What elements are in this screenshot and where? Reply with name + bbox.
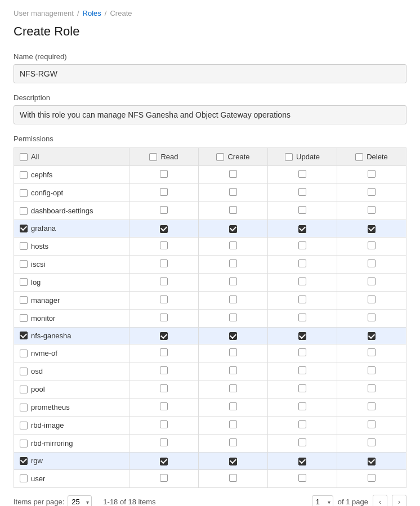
row-hosts-delete-checkbox[interactable] — [368, 241, 376, 249]
row-nvme-of-delete-checkbox[interactable] — [368, 348, 376, 356]
prev-page-button[interactable]: ‹ — [373, 495, 387, 507]
row-manager-update-checkbox[interactable] — [298, 295, 306, 303]
row-cephfs-all-checkbox[interactable] — [20, 171, 28, 179]
row-osd-create-checkbox[interactable] — [229, 366, 237, 374]
row-rgw-update-checkbox[interactable] — [298, 458, 306, 465]
row-iscsi-all-checkbox[interactable] — [20, 260, 28, 268]
row-prometheus-create-checkbox[interactable] — [229, 402, 237, 410]
header-delete-checkbox[interactable] — [355, 153, 363, 161]
row-monitor-create-checkbox[interactable] — [229, 314, 237, 321]
row-rbd-mirroring-all-checkbox[interactable] — [20, 440, 28, 447]
row-rbd-mirroring-create-checkbox[interactable] — [229, 438, 237, 446]
row-iscsi-read-checkbox[interactable] — [160, 259, 168, 267]
row-hosts-all-checkbox[interactable] — [20, 242, 28, 250]
breadcrumb-roles-link[interactable]: Roles — [83, 9, 101, 17]
description-input[interactable] — [14, 105, 406, 124]
items-per-page-select[interactable]: 10 25 50 — [68, 495, 92, 506]
row-rbd-mirroring-update-checkbox[interactable] — [298, 438, 306, 446]
row-config-opt-all-checkbox[interactable] — [20, 189, 28, 197]
row-nfs-ganesha-delete-checkbox[interactable] — [368, 332, 376, 340]
row-prometheus-all-checkbox[interactable] — [20, 404, 28, 411]
row-hosts-create-checkbox[interactable] — [229, 241, 237, 249]
row-cephfs-delete-checkbox[interactable] — [368, 170, 376, 178]
row-rbd-mirroring-read-checkbox[interactable] — [160, 438, 168, 446]
row-hosts-update-checkbox[interactable] — [298, 241, 306, 249]
row-prometheus-read-checkbox[interactable] — [160, 402, 168, 410]
row-config-opt-update-checkbox[interactable] — [298, 188, 306, 196]
row-dashboard-settings-delete-checkbox[interactable] — [368, 206, 376, 214]
row-osd-read-checkbox[interactable] — [160, 366, 168, 374]
row-dashboard-settings-all-checkbox[interactable] — [20, 207, 28, 215]
row-osd-delete-checkbox[interactable] — [368, 366, 376, 374]
row-cephfs-read-checkbox[interactable] — [160, 170, 168, 178]
row-dashboard-settings-update-checkbox[interactable] — [298, 206, 306, 214]
row-nfs-ganesha-read-checkbox[interactable] — [160, 332, 168, 340]
row-pool-read-checkbox[interactable] — [160, 384, 168, 392]
header-read-checkbox[interactable] — [149, 153, 157, 161]
row-hosts-read-checkbox[interactable] — [160, 241, 168, 249]
row-rgw-create-checkbox[interactable] — [229, 458, 237, 465]
page-select[interactable]: 1 — [312, 495, 333, 506]
row-rbd-image-create-checkbox[interactable] — [229, 420, 237, 428]
row-pool-create-checkbox[interactable] — [229, 384, 237, 392]
row-nfs-ganesha-all-checkbox[interactable] — [20, 332, 28, 339]
row-rgw-delete-checkbox[interactable] — [368, 458, 376, 465]
row-user-all-checkbox[interactable] — [20, 474, 28, 482]
row-monitor-update-checkbox[interactable] — [298, 314, 306, 321]
row-user-read-checkbox[interactable] — [160, 474, 168, 482]
row-manager-read-checkbox[interactable] — [160, 295, 168, 303]
row-nvme-of-read-checkbox[interactable] — [160, 348, 168, 356]
row-user-delete-checkbox[interactable] — [368, 474, 376, 482]
row-rbd-mirroring-delete-checkbox[interactable] — [368, 438, 376, 446]
row-log-update-checkbox[interactable] — [298, 277, 306, 285]
row-log-all-checkbox[interactable] — [20, 278, 28, 286]
row-manager-create-checkbox[interactable] — [229, 295, 237, 303]
row-grafana-create-checkbox[interactable] — [229, 225, 237, 233]
name-input[interactable] — [14, 64, 406, 83]
row-manager-all-checkbox[interactable] — [20, 296, 28, 304]
row-monitor-read-checkbox[interactable] — [160, 314, 168, 321]
row-log-read-checkbox[interactable] — [160, 277, 168, 285]
row-rbd-image-read-checkbox[interactable] — [160, 420, 168, 428]
row-osd-all-checkbox[interactable] — [20, 368, 28, 375]
row-grafana-delete-checkbox[interactable] — [368, 225, 376, 233]
row-nvme-of-update-checkbox[interactable] — [298, 348, 306, 356]
row-dashboard-settings-create-checkbox[interactable] — [229, 206, 237, 214]
header-update-checkbox[interactable] — [285, 153, 293, 161]
row-rbd-image-all-checkbox[interactable] — [20, 422, 28, 429]
row-iscsi-create-checkbox[interactable] — [229, 259, 237, 267]
row-rgw-read-checkbox[interactable] — [160, 458, 168, 465]
row-prometheus-delete-checkbox[interactable] — [368, 402, 376, 410]
row-pool-delete-checkbox[interactable] — [368, 384, 376, 392]
row-rgw-all-checkbox[interactable] — [20, 457, 28, 465]
next-page-button[interactable]: › — [392, 495, 406, 507]
row-monitor-delete-checkbox[interactable] — [368, 314, 376, 321]
row-user-create-checkbox[interactable] — [229, 474, 237, 482]
row-monitor-all-checkbox[interactable] — [20, 314, 28, 322]
row-nvme-of-create-checkbox[interactable] — [229, 348, 237, 356]
row-nvme-of-all-checkbox[interactable] — [20, 350, 28, 357]
row-grafana-read-checkbox[interactable] — [160, 225, 168, 233]
header-all-checkbox[interactable] — [20, 153, 28, 161]
row-pool-update-checkbox[interactable] — [298, 384, 306, 392]
row-cephfs-update-checkbox[interactable] — [298, 170, 306, 178]
row-manager-delete-checkbox[interactable] — [368, 295, 376, 303]
row-pool-all-checkbox[interactable] — [20, 386, 28, 393]
row-iscsi-update-checkbox[interactable] — [298, 259, 306, 267]
row-rbd-image-update-checkbox[interactable] — [298, 420, 306, 428]
row-nfs-ganesha-update-checkbox[interactable] — [298, 332, 306, 340]
row-grafana-all-checkbox[interactable] — [20, 225, 28, 232]
row-cephfs-create-checkbox[interactable] — [229, 170, 237, 178]
row-rbd-image-delete-checkbox[interactable] — [368, 420, 376, 428]
row-prometheus-update-checkbox[interactable] — [298, 402, 306, 410]
row-osd-update-checkbox[interactable] — [298, 366, 306, 374]
row-log-create-checkbox[interactable] — [229, 277, 237, 285]
row-user-update-checkbox[interactable] — [298, 474, 306, 482]
row-config-opt-read-checkbox[interactable] — [160, 188, 168, 196]
row-dashboard-settings-read-checkbox[interactable] — [160, 206, 168, 214]
row-config-opt-create-checkbox[interactable] — [229, 188, 237, 196]
row-iscsi-delete-checkbox[interactable] — [368, 259, 376, 267]
row-grafana-update-checkbox[interactable] — [298, 225, 306, 233]
header-create-checkbox[interactable] — [216, 153, 224, 161]
row-nfs-ganesha-create-checkbox[interactable] — [229, 332, 237, 340]
